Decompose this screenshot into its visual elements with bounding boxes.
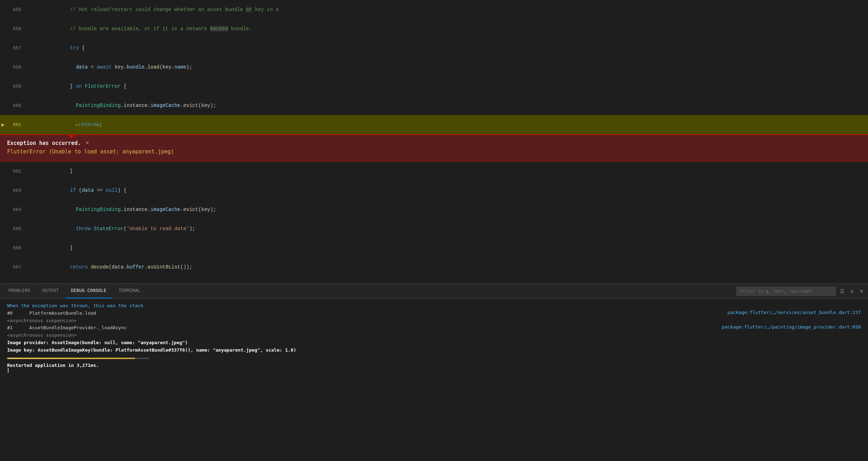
link-asset-bundle[interactable]: package:flutter/…/services/asset_bundle.… [727,310,861,315]
panel-tabs: PROBLEMS OUTPUT DEBUG CONSOLE TERMINAL ☰… [0,284,868,299]
maximize-panel-button[interactable]: ∧ [849,288,855,295]
code-lines-bottom: 662 } 663 if (data == null) { 664 Painti… [0,162,868,277]
console-line-async1: <asynchronous suspension> [7,332,77,339]
line-number-664: 664 [0,207,28,212]
console-line-frame1: #1 AssetBundleImageProvider._loadAsync [7,324,127,332]
code-line-658: 658 data = await key.bundle.load(key.nam… [0,58,868,77]
cursor-blink [8,368,9,373]
console-row-frame0: #0 PlatformAssetBundle.load package:flut… [7,310,861,317]
line-number-661: ▶ 661 [0,122,28,128]
editor-area: 655 // Hot reload/restart could change w… [0,0,868,283]
link-image-provider[interactable]: package:flutter/…/painting/image_provide… [722,324,861,330]
console-row-restarted: Restarted application in 3,271ms. [7,361,861,368]
code-line-656: 656 // bundle are available, or if it is… [0,19,868,38]
exception-banner: Exception has occurred. × FlutterError (… [0,134,868,162]
tab-debug-console[interactable]: DEBUG CONSOLE [65,284,112,298]
line-number-666: 666 [0,245,28,251]
filter-lines-button[interactable]: ☰ [839,288,846,295]
tab-terminal[interactable]: TERMINAL [113,284,146,298]
tab-output[interactable]: OUTPUT [37,284,65,298]
console-line-frame0: #0 PlatformAssetBundle.load [7,310,96,317]
line-number-665: 665 [0,226,28,232]
line-number-660: 660 [0,103,28,108]
panel-content: When the exception was thrown, this was … [0,299,868,461]
exception-title-row: Exception has occurred. × [7,140,861,146]
progress-bar-area [7,358,861,359]
line-number-657: 657 [0,45,28,51]
code-line-665: 665 throw StateError('Unable to read dat… [0,219,868,238]
code-line-662: 662 } [0,162,868,181]
console-row-frame1: #1 AssetBundleImageProvider._loadAsync p… [7,324,861,332]
console-line-async0: <asynchronous suspension> [7,317,77,325]
console-row-image-provider: Image provider: AssetImage(bundle: null,… [7,339,861,347]
console-line-stack-header: When the exception was thrown, this was … [7,302,143,310]
line-number-667: 667 [0,265,28,270]
progress-bar-fill [7,358,135,359]
code-lines-top: 655 // Hot reload/restart could change w… [0,0,868,134]
line-number-655: 655 [0,7,28,12]
line-number-658: 658 [0,65,28,70]
line-number-656: 656 [0,26,28,32]
progress-bar-container [7,358,149,359]
console-line-image-provider: Image provider: AssetImage(bundle: null,… [7,339,188,347]
bottom-panel: PROBLEMS OUTPUT DEBUG CONSOLE TERMINAL ☰… [0,283,868,461]
console-line-image-key: Image key: AssetBundleImageKey(bundle: P… [7,347,296,354]
code-line-660: 660 PaintingBinding.instance.imageCache.… [0,96,868,115]
line-number-659: 659 [0,84,28,89]
close-panel-button[interactable]: ✕ [858,288,865,295]
filter-input[interactable] [736,287,836,296]
line-content-667: return decode(data.buffer.asUint8List())… [28,238,192,283]
panel-tab-right: ☰ ∧ ✕ [736,287,865,296]
line-number-662: 662 [0,169,28,174]
exception-close-button[interactable]: × [86,140,89,146]
code-line-667: 667 return decode(data.buffer.asUint8Lis… [0,257,868,277]
console-row-async0: <asynchronous suspension> [7,317,861,325]
console-cursor-line [7,368,861,373]
console-row-async1: <asynchronous suspension> [7,332,861,339]
code-line-661: ▶ 661 ▷rethrow; [0,115,868,134]
exception-message: FlutterError (Unable to load asset: anya… [7,148,861,155]
console-line-restarted: Restarted application in 3,271ms. [7,363,99,368]
line-number-663: 663 [0,188,28,193]
tab-problems[interactable]: PROBLEMS [3,284,36,298]
console-row-image-key: Image key: AssetBundleImageKey(bundle: P… [7,347,861,354]
console-row-stack-header: When the exception was thrown, this was … [7,302,861,310]
exception-triangle [67,134,75,139]
